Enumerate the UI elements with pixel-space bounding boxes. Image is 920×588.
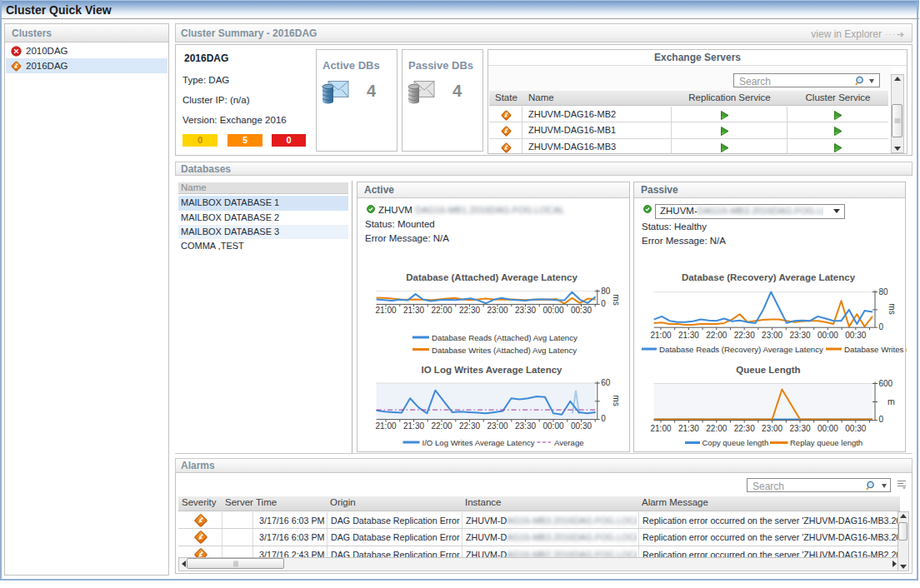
svg-text:Database Reads (Attached) Avg: Database Reads (Attached) Avg Latency — [432, 333, 578, 342]
svg-text:22:00: 22:00 — [706, 424, 727, 433]
svg-text:00:30: 00:30 — [845, 331, 866, 340]
svg-text:00:00: 00:00 — [542, 306, 563, 315]
svg-text:22:30: 22:30 — [459, 306, 480, 315]
svg-text:23:30: 23:30 — [789, 331, 810, 340]
svg-text:23:00: 23:00 — [762, 424, 782, 433]
svg-text:22:00: 22:00 — [431, 421, 452, 431]
svg-text:23:00: 23:00 — [762, 331, 782, 340]
svg-text:21:00: 21:00 — [375, 306, 396, 315]
svg-text:21:30: 21:30 — [678, 424, 699, 433]
svg-text:m: m — [888, 396, 895, 406]
svg-text:00:30: 00:30 — [571, 421, 592, 431]
svg-text:0: 0 — [879, 322, 884, 331]
svg-text:00:00: 00:00 — [818, 424, 838, 433]
svg-text:ms: ms — [612, 395, 621, 406]
svg-text:00:30: 00:30 — [571, 306, 592, 315]
svg-text:Database (Attached) Average La: Database (Attached) Average Latency — [406, 272, 578, 282]
svg-text:ms: ms — [612, 294, 621, 305]
svg-text:22:00: 22:00 — [431, 306, 452, 315]
svg-text:21:30: 21:30 — [678, 331, 699, 340]
svg-text:Database (Recovery) Average La: Database (Recovery) Average Latency — [682, 272, 856, 282]
svg-text:23:30: 23:30 — [515, 306, 536, 315]
svg-text:0: 0 — [879, 415, 884, 424]
svg-text:22:30: 22:30 — [459, 421, 480, 431]
svg-text:Database Writes (Re: Database Writes (Re — [844, 345, 907, 354]
svg-text:Average: Average — [554, 438, 584, 447]
svg-text:21:30: 21:30 — [403, 306, 424, 315]
svg-text:Queue Length: Queue Length — [736, 365, 800, 375]
svg-text:21:30: 21:30 — [403, 421, 424, 431]
svg-text:00:30: 00:30 — [845, 424, 866, 433]
svg-text:Copy queue length: Copy queue length — [702, 438, 769, 447]
svg-text:0: 0 — [601, 299, 606, 308]
svg-text:I/O Log Writes Average Latency: I/O Log Writes Average Latency — [422, 438, 535, 447]
svg-text:23:30: 23:30 — [789, 424, 810, 433]
svg-text:80: 80 — [879, 287, 889, 296]
svg-text:Database Reads (Recovery) Aver: Database Reads (Recovery) Average Latenc… — [659, 345, 823, 354]
svg-text:IO Log Writes Average Latency: IO Log Writes Average Latency — [422, 365, 563, 375]
svg-text:22:00: 22:00 — [706, 331, 727, 340]
svg-text:21:00: 21:00 — [650, 424, 671, 433]
svg-text:00:00: 00:00 — [818, 331, 838, 340]
svg-text:600: 600 — [879, 379, 893, 388]
svg-text:60: 60 — [601, 378, 611, 387]
svg-text:21:00: 21:00 — [375, 421, 396, 431]
svg-text:Database Writes (Attached) Avg: Database Writes (Attached) Avg Latency — [432, 346, 577, 355]
svg-text:23:30: 23:30 — [515, 421, 536, 431]
svg-text:22:30: 22:30 — [734, 331, 755, 340]
svg-text:Replay queue length: Replay queue length — [790, 438, 862, 447]
svg-text:21:00: 21:00 — [650, 331, 671, 340]
svg-text:22:30: 22:30 — [734, 424, 755, 433]
svg-text:0: 0 — [601, 414, 606, 423]
svg-text:23:00: 23:00 — [487, 306, 508, 315]
svg-text:00:00: 00:00 — [542, 421, 563, 431]
svg-text:23:00: 23:00 — [487, 421, 508, 431]
svg-text:ms: ms — [888, 303, 897, 314]
svg-text:80: 80 — [601, 287, 611, 296]
